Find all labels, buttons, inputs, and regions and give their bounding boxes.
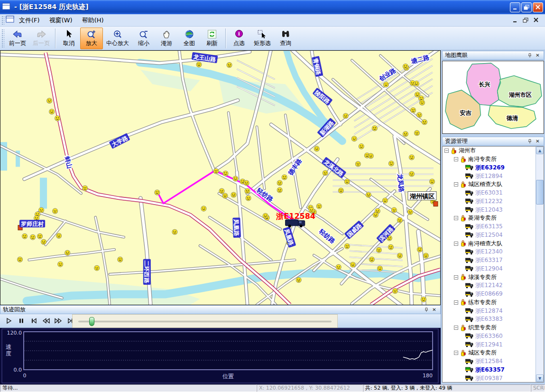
tree-vehicle-node[interactable]: 浙E08669	[443, 290, 536, 299]
tree-group-node[interactable]: −埭溪专卖所	[443, 273, 536, 281]
tree-vehicle-node[interactable]: 浙E12504	[443, 231, 536, 240]
vehicle-smiley-marker[interactable]	[344, 179, 350, 184]
tree-vehicle-node[interactable]: 浙E63031	[443, 189, 536, 197]
tree-vehicle-node[interactable]: 浙E63317	[443, 256, 536, 265]
vehicle-smiley-marker[interactable]	[383, 82, 388, 87]
vehicle-smiley-marker[interactable]	[58, 261, 63, 267]
vehicle-smiley-marker[interactable]	[323, 170, 328, 176]
vehicle-smiley-marker[interactable]	[47, 98, 52, 103]
mdi-restore-button[interactable]	[521, 17, 530, 24]
toolbar-button-全图[interactable]: 全图	[178, 28, 201, 49]
vehicle-smiley-marker[interactable]	[65, 250, 70, 255]
vehicle-smiley-marker[interactable]	[227, 63, 232, 68]
vehicle-smiley-marker[interactable]	[233, 176, 238, 181]
tree-vehicle-node[interactable]: 浙E12941	[443, 340, 536, 349]
tree-vehicle-node[interactable]: 浙E63360	[443, 332, 536, 341]
vehicle-smiley-marker[interactable]	[155, 190, 160, 195]
toolbar-button-查询[interactable]: 查询	[274, 28, 297, 49]
vehicle-smiley-marker[interactable]	[382, 198, 388, 203]
vehicle-smiley-marker[interactable]	[244, 180, 249, 186]
vehicle-smiley-marker[interactable]	[223, 171, 228, 176]
vehicle-smiley-marker[interactable]	[201, 206, 206, 211]
map-canvas[interactable]: 龙王山路塘二路创业路青铜路陵阳路新湖路龙溪北路大学路德丰路轻纺路轻纺路凤凰路凤凰…	[0, 50, 441, 305]
vehicle-smiley-marker[interactable]	[196, 62, 202, 67]
toolbar-button-矩形选[interactable]: 矩形选	[250, 28, 274, 49]
vehicle-smiley-marker[interactable]	[421, 297, 426, 302]
tree-expander[interactable]: −	[454, 182, 458, 187]
skip-start-button[interactable]	[28, 315, 40, 327]
tree-expander[interactable]: −	[454, 326, 458, 330]
vehicle-smiley-marker[interactable]	[344, 243, 350, 249]
vehicle-smiley-marker[interactable]	[409, 171, 414, 177]
vehicle-smiley-marker[interactable]	[429, 179, 434, 184]
vehicle-smiley-marker[interactable]	[407, 209, 413, 215]
vehicle-smiley-marker[interactable]	[410, 108, 416, 113]
toolbar-button-取消[interactable]: 取消	[57, 28, 80, 49]
playback-slider[interactable]	[72, 314, 338, 328]
tree-vehicle-node[interactable]: 浙E63383	[443, 315, 536, 324]
pause-button[interactable]	[15, 315, 28, 327]
vehicle-smiley-marker[interactable]	[355, 161, 360, 167]
vehicle-smiley-marker[interactable]	[359, 144, 364, 149]
vehicle-smiley-marker[interactable]	[172, 229, 177, 234]
tree-vehicle-node[interactable]: 浙E12894	[443, 172, 536, 180]
vehicle-smiley-marker[interactable]	[263, 213, 268, 218]
vehicle-smiley-marker[interactable]	[49, 109, 55, 114]
vehicle-smiley-marker[interactable]	[397, 217, 402, 223]
mdi-close-button[interactable]	[532, 17, 540, 24]
vehicle-smiley-marker[interactable]	[391, 207, 397, 213]
vehicle-smiley-marker[interactable]	[56, 233, 62, 238]
toolbar-grip[interactable]	[1, 29, 4, 47]
rewind-button[interactable]	[40, 315, 52, 327]
minimize-button[interactable]	[510, 2, 520, 12]
tree-expander[interactable]: −	[454, 216, 458, 220]
vehicle-smiley-marker[interactable]	[403, 131, 408, 137]
vehicle-smiley-marker[interactable]	[377, 266, 382, 271]
vehicle-smiley-marker[interactable]	[423, 253, 428, 258]
vehicle-smiley-marker[interactable]	[22, 233, 28, 239]
tree-vehicle-node[interactable]: 浙E12874	[443, 307, 536, 315]
vehicle-smiley-marker[interactable]	[343, 113, 348, 119]
scrollbar-thumb[interactable]	[536, 180, 544, 205]
scroll-down-icon[interactable]: ▼	[536, 374, 544, 382]
vehicle-smiley-marker[interactable]	[422, 120, 427, 125]
menu-item-1[interactable]: 视窗(W)	[45, 15, 77, 26]
toolbar-button-缩小[interactable]: 缩小	[132, 28, 155, 49]
vehicle-smiley-marker[interactable]	[388, 244, 393, 250]
tree-vehicle-node[interactable]: 浙E12904	[443, 265, 536, 273]
vehicle-smiley-marker[interactable]	[213, 168, 219, 174]
slider-thumb[interactable]	[89, 317, 94, 326]
vehicle-smiley-marker[interactable]	[53, 208, 58, 214]
tree-expander[interactable]: −	[454, 242, 458, 246]
vehicle-smiley-marker[interactable]	[366, 192, 371, 197]
vehicle-smiley-marker[interactable]	[231, 192, 236, 197]
close-button[interactable]	[533, 2, 543, 12]
vehicle-smiley-marker[interactable]	[246, 196, 251, 201]
close-icon[interactable]: ✕	[534, 138, 541, 145]
tree-group-node[interactable]: −菱湖专卖所	[443, 214, 536, 223]
vehicle-smiley-marker[interactable]	[373, 212, 378, 217]
tree-vehicle-node[interactable]: 浙E63269	[443, 164, 536, 172]
vehicle-smiley-marker[interactable]	[392, 288, 397, 293]
tree-vehicle-node[interactable]: 浙E63135	[443, 223, 536, 231]
slider-groove[interactable]	[78, 321, 332, 322]
vehicle-smiley-marker[interactable]	[94, 265, 100, 271]
vehicle-smiley-marker[interactable]	[41, 239, 46, 244]
vehicle-smiley-marker[interactable]	[414, 131, 419, 136]
tree-group-node[interactable]: −城区专卖所	[443, 349, 536, 357]
tree-group-node[interactable]: −南浔稽查大队	[443, 239, 536, 248]
vehicle-smiley-marker[interactable]	[314, 146, 319, 151]
overview-minimap[interactable]: 长兴湖州市区安吉德清	[442, 61, 544, 134]
vehicle-smiley-marker[interactable]	[39, 207, 44, 213]
vehicle-smiley-marker[interactable]	[316, 204, 322, 209]
vehicle-smiley-marker[interactable]	[416, 112, 422, 118]
toolbar-button-放大[interactable]: 放大	[80, 28, 103, 49]
vehicle-smiley-marker[interactable]	[372, 126, 377, 131]
vehicle-smiley-marker[interactable]	[417, 247, 422, 252]
vehicle-smiley-marker[interactable]	[30, 234, 36, 240]
tree-scrollbar[interactable]: ▲ ▼	[536, 147, 544, 382]
tree-vehicle-node[interactable]: 浙E12340	[443, 248, 536, 256]
tree-vehicle-node[interactable]: 浙E12142	[443, 281, 536, 290]
vehicle-smiley-marker[interactable]	[388, 161, 394, 166]
vehicle-smiley-marker[interactable]	[277, 187, 282, 193]
